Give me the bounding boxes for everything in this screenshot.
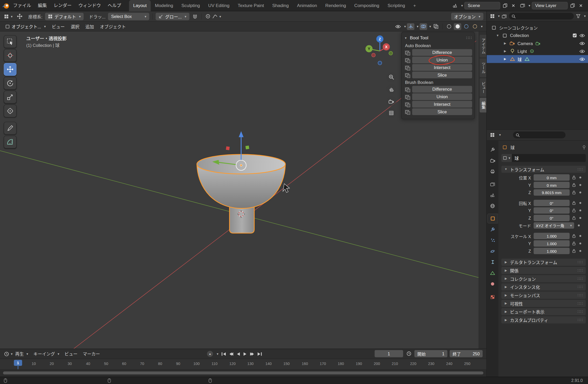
boolean-difference-icon[interactable] — [404, 49, 411, 55]
shading-rendered-button[interactable] — [471, 23, 479, 30]
animate-dot[interactable] — [579, 217, 581, 219]
workspace-tab-scripting[interactable]: Scripting — [383, 0, 409, 11]
scale-z-field[interactable]: 1.000 — [534, 248, 569, 254]
animate-dot[interactable] — [579, 250, 581, 252]
timeline-view-menu[interactable]: ビュー — [62, 351, 80, 357]
mode-dropdown[interactable]: オブジェクト... ▾ — [2, 23, 49, 30]
tab-scene-properties[interactable] — [487, 190, 498, 200]
animate-dot[interactable] — [579, 177, 581, 178]
sidebar-tab-edit[interactable]: 編集 — [480, 98, 486, 113]
workspace-tab-compositing[interactable]: Compositing — [350, 0, 383, 11]
chevron-down-icon[interactable]: ▾ — [481, 24, 483, 28]
tab-physics-properties[interactable] — [487, 247, 498, 256]
hide-eye-icon[interactable] — [579, 49, 585, 53]
scale-y-field[interactable]: 1.000 — [534, 240, 569, 246]
workspace-tab-rendering[interactable]: Rendering — [321, 0, 350, 11]
timeline-ruler[interactable]: 1 10 20 30 40 50 60 70 80 90 100 110 120… — [0, 359, 486, 369]
menu-object[interactable]: オブジェクト — [97, 23, 129, 29]
view-layer-name-field[interactable]: View Layer — [532, 2, 568, 9]
section-visibility[interactable]: ▶ 可視性 ∷∷ — [501, 300, 586, 307]
zoom-button[interactable] — [386, 72, 396, 82]
panel-grip-icon[interactable]: ∷∷ — [466, 35, 472, 40]
location-z-field[interactable]: 9.8015 mm — [534, 189, 569, 196]
menu-view[interactable]: ビュー — [49, 23, 68, 29]
auto-difference-button[interactable]: Difference — [412, 49, 472, 56]
menu-add[interactable]: 追加 — [82, 23, 97, 29]
brush-intersect-button[interactable]: Intersect — [412, 101, 472, 108]
chevron-down-icon[interactable]: ▾ — [417, 24, 419, 28]
auto-intersect-button[interactable]: Intersect — [412, 64, 472, 71]
tab-object-properties[interactable] — [487, 214, 498, 223]
exclude-checkbox[interactable] — [573, 33, 577, 38]
menu-render[interactable]: レンダー — [50, 0, 75, 11]
chevron-down-icon[interactable]: ▾ — [404, 24, 406, 28]
disclosure-icon[interactable]: ▶ — [503, 42, 507, 45]
workspace-tab-modeling[interactable]: Modeling — [151, 0, 177, 11]
falloff-curve-icon[interactable] — [211, 13, 218, 20]
rotation-y-field[interactable]: 0° — [534, 207, 569, 214]
nav-axis-neg-x-ball[interactable] — [372, 53, 375, 57]
collapse-icon[interactable]: ▼ — [404, 36, 408, 40]
auto-slice-button[interactable]: Slice — [412, 72, 472, 78]
tool-rotate[interactable] — [4, 77, 16, 90]
workspace-tab-uv-editing[interactable]: UV Editing — [204, 0, 234, 11]
shading-solid-button[interactable] — [454, 23, 462, 30]
tool-cursor[interactable] — [4, 49, 16, 62]
shading-wireframe-button[interactable] — [445, 23, 453, 30]
boolean-slice-icon[interactable] — [404, 109, 411, 115]
outliner-editor-type-icon[interactable] — [489, 13, 496, 20]
boolean-slice-icon[interactable] — [404, 72, 411, 78]
boolean-intersect-icon[interactable] — [404, 64, 411, 71]
object-name-field[interactable]: 球 — [512, 154, 586, 162]
chevron-down-icon[interactable]: ▾ — [461, 4, 463, 7]
chevron-down-icon[interactable]: ▾ — [429, 24, 431, 28]
orthographic-toggle-button[interactable] — [386, 108, 396, 118]
section-collections[interactable]: ▶ コレクション ∷∷ — [501, 275, 586, 282]
tab-world-properties[interactable] — [487, 201, 498, 210]
outliner-display-mode-icon[interactable] — [501, 13, 508, 20]
animate-dot[interactable] — [579, 235, 581, 237]
show-overlays-toggle[interactable] — [420, 23, 427, 30]
outliner-row-light[interactable]: ▶ Light — [487, 47, 588, 55]
workspace-tab-animation[interactable]: Animation — [293, 0, 321, 11]
menu-file[interactable]: ファイル — [10, 0, 34, 11]
select-mode-dropdown[interactable]: Select Box ▾ — [108, 13, 149, 20]
tab-tool-properties[interactable] — [487, 145, 498, 154]
playhead-marker[interactable]: 1 — [14, 360, 22, 366]
delete-scene-icon[interactable] — [510, 2, 517, 9]
animate-dot[interactable] — [579, 184, 581, 186]
section-custom-properties[interactable]: ▶ カスタムプロパティ ∷∷ — [501, 316, 586, 323]
tool-scale[interactable] — [4, 91, 16, 103]
use-preview-range-icon[interactable] — [405, 350, 412, 357]
tool-measure[interactable] — [4, 136, 16, 148]
sidebar-tab-item[interactable]: アイテム — [480, 35, 486, 57]
chevron-down-icon[interactable]: ▾ — [217, 352, 219, 356]
navigation-gizmo[interactable]: Z Y X — [365, 35, 393, 65]
sidebar-tab-view[interactable]: ビュー — [480, 78, 486, 97]
menu-help[interactable]: ヘルプ — [104, 0, 125, 11]
rotation-mode-dropdown[interactable]: XYZ オイラー角 ▾ — [534, 222, 574, 228]
options-dropdown[interactable]: オプション ▾ — [451, 13, 483, 20]
tool-move[interactable] — [4, 63, 16, 76]
tab-material-properties[interactable] — [487, 279, 498, 288]
animate-dot[interactable] — [578, 225, 580, 226]
hide-eye-icon[interactable] — [579, 41, 585, 45]
outliner-filter-icon[interactable] — [575, 13, 582, 20]
new-view-layer-icon[interactable] — [569, 2, 576, 9]
boolean-union-icon[interactable] — [404, 57, 411, 63]
animate-dot[interactable] — [579, 209, 581, 211]
disclosure-icon[interactable]: ▶ — [503, 57, 507, 61]
properties-editor-type-icon[interactable] — [489, 132, 496, 138]
snap-magnet-icon[interactable] — [192, 13, 198, 20]
tool-annotate[interactable] — [4, 122, 16, 135]
section-delta-transform[interactable]: ▶ デルタトランスフォーム ∷∷ — [501, 259, 586, 266]
tab-texture-properties[interactable] — [487, 292, 498, 301]
location-y-field[interactable]: 0 mm — [534, 182, 569, 188]
tab-constraint-properties[interactable] — [487, 257, 498, 267]
sidebar-tab-tool[interactable]: ツール — [480, 58, 486, 77]
chevron-down-icon[interactable]: ▾ — [498, 14, 500, 18]
lock-icon[interactable] — [572, 190, 576, 195]
lock-icon[interactable] — [572, 208, 576, 213]
visibility-dropdown-icon[interactable] — [394, 23, 402, 30]
auto-union-button[interactable]: Union — [412, 57, 472, 63]
